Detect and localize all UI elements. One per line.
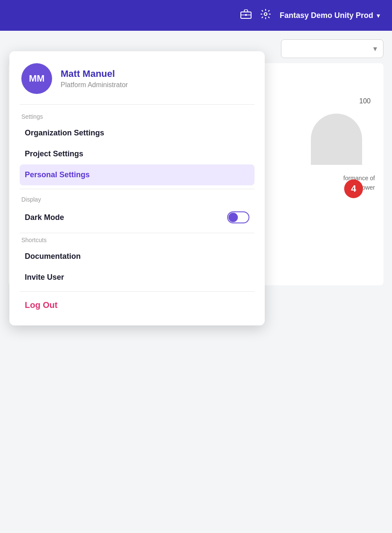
project-name: Fantasy Demo Unity Prod [280, 11, 373, 20]
bg-dropdown: ▾ [281, 39, 383, 58]
logout-button[interactable]: Log Out [25, 300, 58, 310]
user-dropdown-menu: MM Matt Manuel Platform Administrator Se… [9, 51, 265, 325]
user-avatar: MM [21, 63, 52, 94]
user-name: Matt Manuel [61, 68, 128, 79]
bg-chart-number: 100 [359, 97, 371, 105]
personal-settings-item[interactable]: Personal Settings [20, 164, 255, 185]
gear-icon[interactable] [260, 9, 271, 22]
dark-mode-row: Dark Mode [20, 205, 255, 229]
user-profile-section: MM Matt Manuel Platform Administrator [9, 51, 265, 104]
header-project-selector[interactable]: Fantasy Demo Unity Prod ▾ [280, 11, 380, 20]
shortcuts-section-label: Shortcuts [20, 237, 255, 243]
header-chevron-icon: ▾ [377, 12, 380, 20]
logout-section: Log Out [9, 292, 265, 313]
svg-point-3 [264, 13, 267, 16]
display-section-label: Display [20, 196, 255, 203]
user-info: Matt Manuel Platform Administrator [61, 68, 128, 89]
documentation-item[interactable]: Documentation [20, 246, 255, 267]
org-settings-item[interactable]: Organization Settings [20, 123, 255, 144]
display-section: Display Dark Mode [9, 189, 265, 233]
invite-user-item[interactable]: Invite User [20, 267, 255, 288]
dark-mode-toggle[interactable] [227, 211, 249, 223]
header-icons: Fantasy Demo Unity Prod ▾ [240, 9, 380, 22]
step-badge: 4 [344, 179, 363, 198]
project-settings-item[interactable]: Project Settings [20, 144, 255, 164]
toggle-knob [228, 213, 238, 222]
settings-section-label: Settings [20, 113, 255, 120]
bg-chart-arc [311, 114, 362, 165]
dark-mode-label: Dark Mode [25, 213, 64, 222]
settings-section: Settings Organization Settings Project S… [9, 105, 265, 189]
user-role: Platform Administrator [61, 81, 128, 89]
shortcuts-section: Shortcuts Documentation Invite User [9, 233, 265, 291]
svg-rect-2 [245, 14, 247, 16]
header: Fantasy Demo Unity Prod ▾ [0, 0, 392, 31]
briefcase-icon[interactable] [240, 9, 252, 21]
